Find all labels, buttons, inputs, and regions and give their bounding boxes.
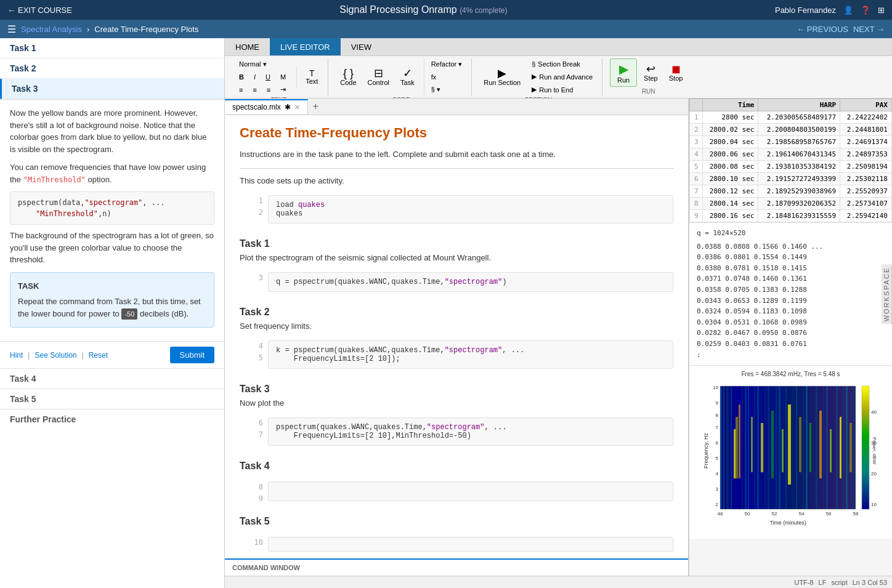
breadcrumb-bar: ☰ Spectral Analysis › Create Time-Freque… bbox=[0, 20, 892, 38]
section-break-button[interactable]: § Section Break bbox=[527, 58, 597, 70]
add-tab-button[interactable]: + bbox=[308, 99, 323, 115]
table-cell: 2800.12 sec bbox=[702, 185, 758, 198]
editor-tab-close[interactable]: ✕ bbox=[294, 103, 300, 111]
bold-button[interactable]: B bbox=[235, 71, 248, 83]
row-num: 1 bbox=[690, 111, 703, 124]
svg-text:6: 6 bbox=[715, 440, 718, 446]
step-button[interactable]: ↩ Step bbox=[639, 61, 662, 84]
align-right-button[interactable]: ≡ bbox=[262, 84, 275, 95]
matrix-header: q = 1024×520 bbox=[697, 228, 885, 239]
ribbon-group-section: ▶ Run Section § Section Break ▶ Run and … bbox=[474, 58, 602, 95]
next-button[interactable]: NEXT → bbox=[853, 25, 885, 34]
see-solution-link[interactable]: See Solution bbox=[34, 351, 76, 360]
svg-rect-25 bbox=[734, 429, 736, 478]
task-box-body: Repeat the command from Task 2, but this… bbox=[18, 296, 206, 320]
table-cell: 2800.06 sec bbox=[702, 148, 758, 161]
prev-button[interactable]: ← PREVIOUS bbox=[797, 25, 848, 34]
italic-button[interactable]: I bbox=[249, 71, 260, 83]
svg-rect-60 bbox=[849, 423, 852, 472]
run-to-end-button[interactable]: ▶ Run to End bbox=[527, 84, 597, 95]
sidebar-item-further-practice[interactable]: Further Practice bbox=[0, 409, 224, 429]
apps-icon[interactable]: ⊞ bbox=[878, 6, 885, 15]
refactor-button[interactable]: Refactor ▾ bbox=[427, 58, 467, 70]
row-num: 2 bbox=[690, 124, 703, 136]
exit-course-button[interactable]: ← EXIT COURSE bbox=[7, 6, 72, 15]
task3-body: Now plot the bbox=[240, 398, 673, 408]
align-center-button[interactable]: ≡ bbox=[248, 84, 261, 95]
table-cell: 2800.10 sec bbox=[702, 173, 758, 185]
task3-code-block: 67 pspectrum(quakes.WANC,quakes.Time,"sp… bbox=[240, 413, 673, 451]
sidebar-item-task1[interactable]: Task 1 bbox=[0, 38, 224, 58]
control-button[interactable]: ⊟ Control bbox=[363, 65, 394, 89]
svg-text:54: 54 bbox=[798, 511, 804, 517]
svg-rect-31 bbox=[751, 417, 753, 472]
table-row: 72800.12 sec2.1892529390389692.25520937 bbox=[690, 185, 892, 198]
editor-scroll[interactable]: Create Time-Frequency Plots Instructions… bbox=[225, 115, 688, 558]
col-header-harp: HARP bbox=[758, 99, 840, 111]
right-panel-inner[interactable]: Time HARP PAX 12800 sec2.203005658489177… bbox=[689, 99, 892, 576]
run-and-advance-button[interactable]: ▶ Run and Advance bbox=[527, 71, 597, 83]
run-button[interactable]: ▶ Run bbox=[610, 58, 637, 87]
sidebar-item-task5[interactable]: Task 5 bbox=[0, 389, 224, 409]
run-section-icon: ▶ bbox=[498, 68, 506, 79]
reset-link[interactable]: Reset bbox=[89, 351, 108, 360]
task5-line-numbers: 10 bbox=[249, 532, 268, 557]
matrix-display: q = 1024×520 0.0388 0.0808 0.1566 0.1460… bbox=[689, 222, 892, 365]
task2-title: Task 2 bbox=[240, 307, 673, 318]
spectrogram-title: Fres = 468.3842 mHz, Tres = 5.48 s bbox=[694, 371, 887, 377]
align-left-button[interactable]: ≡ bbox=[235, 84, 247, 95]
underline-button[interactable]: U bbox=[261, 71, 275, 83]
tab-live-editor[interactable]: LIVE EDITOR bbox=[270, 38, 341, 55]
sidebar-item-task4[interactable]: Task 4 bbox=[0, 368, 224, 389]
svg-rect-54 bbox=[830, 429, 832, 472]
left-panel: Task 1 Task 2 Task 3 Now the yellow band… bbox=[0, 38, 225, 588]
stop-button[interactable]: ◼ Stop bbox=[665, 61, 687, 84]
run-group-label: RUN bbox=[642, 88, 655, 95]
svg-text:50: 50 bbox=[744, 511, 750, 517]
fx-button[interactable]: fx bbox=[427, 71, 467, 83]
matrix-row: 0.0388 0.0808 0.1566 0.1460 ... bbox=[697, 241, 885, 252]
table-cell: 2.187099320206352 bbox=[758, 198, 840, 210]
tab-view[interactable]: VIEW bbox=[341, 38, 382, 55]
svg-rect-23 bbox=[726, 386, 729, 509]
setup-label: This code sets up the activity. bbox=[240, 176, 673, 185]
task3-content: Now the yellow bands are more prominent.… bbox=[0, 100, 224, 341]
section-symbol-button[interactable]: § ▾ bbox=[427, 84, 467, 95]
task3-code-example: pspectrum(data,"spectrogram", ... "MinTh… bbox=[10, 191, 214, 225]
help-icon[interactable]: ❓ bbox=[861, 6, 870, 15]
text-button[interactable]: T Text bbox=[301, 66, 323, 87]
matrix-rows: 0.0388 0.0808 0.1566 0.1460 ...0.0386 0.… bbox=[697, 241, 885, 361]
table-cell: 2.24481801 bbox=[840, 124, 892, 136]
indent-button[interactable]: ⇥ bbox=[276, 84, 290, 95]
task-button[interactable]: ✓ Task bbox=[396, 65, 419, 89]
submit-button[interactable]: Submit bbox=[170, 347, 214, 363]
svg-text:40: 40 bbox=[871, 409, 877, 415]
svg-rect-45 bbox=[799, 417, 801, 472]
run-advance-icon: ▶ bbox=[532, 73, 537, 81]
format-dropdown[interactable]: Normal ▾ bbox=[235, 58, 271, 70]
monospace-button[interactable]: M bbox=[276, 71, 290, 83]
task5-title: Task 5 bbox=[240, 516, 673, 527]
task4-line-numbers: 89 bbox=[249, 477, 268, 506]
sidebar-item-task2[interactable]: Task 2 bbox=[0, 58, 224, 79]
step-icon: ↩ bbox=[646, 63, 655, 75]
task1-body: Plot the spectrogram of the seismic sign… bbox=[240, 253, 673, 262]
row-num: 5 bbox=[690, 161, 703, 173]
table-cell: 2.196140670431345 bbox=[758, 148, 840, 161]
hint-link[interactable]: Hint bbox=[10, 351, 23, 360]
svg-text:10: 10 bbox=[871, 502, 877, 507]
svg-rect-46 bbox=[803, 386, 804, 509]
matrix-row: 0.0358 0.0705 0.1383 0.1288 bbox=[697, 284, 885, 296]
table-row: 42800.06 sec2.1961406704313452.24897353 bbox=[690, 148, 892, 161]
stop-icon: ◼ bbox=[671, 63, 681, 75]
menu-icon[interactable]: ☰ bbox=[7, 23, 16, 35]
sidebar-item-task3[interactable]: Task 3 bbox=[0, 79, 224, 99]
code-button[interactable]: { } Code bbox=[336, 65, 360, 89]
task2-code: k = pspectrum(quakes.WANC,quakes.Time,"s… bbox=[268, 340, 673, 369]
tab-home[interactable]: HOME bbox=[225, 38, 270, 55]
editor-tab-spectscalo[interactable]: spectscalo.mlx ✱ ✕ bbox=[225, 99, 308, 114]
run-section-button[interactable]: ▶ Run Section bbox=[479, 65, 525, 89]
svg-rect-26 bbox=[736, 417, 738, 478]
breadcrumb-separator: › bbox=[87, 25, 89, 34]
breadcrumb-parent[interactable]: Spectral Analysis bbox=[21, 25, 82, 34]
